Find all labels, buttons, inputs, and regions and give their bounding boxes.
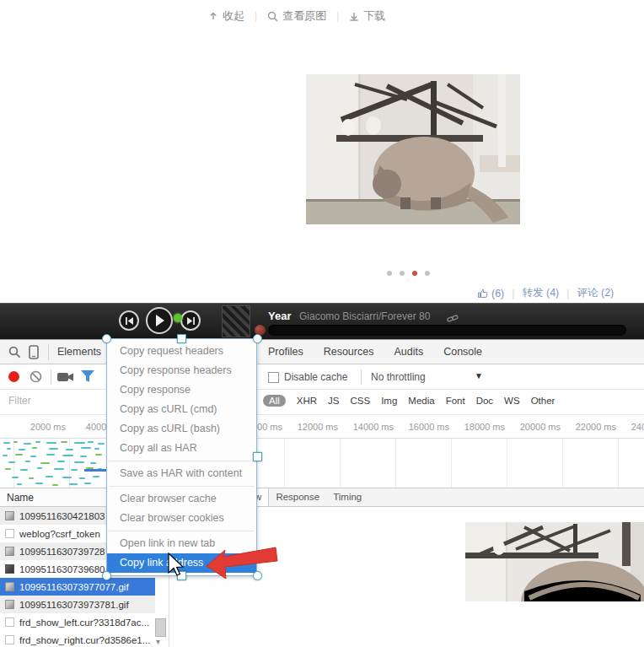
waterfall-bar — [95, 454, 102, 456]
overview-gridline — [340, 439, 341, 488]
comment-link[interactable]: 评论 (2) — [577, 286, 614, 300]
menu-item[interactable]: Copy response — [107, 380, 256, 400]
waterfall-bar — [69, 483, 78, 485]
selection-handle[interactable] — [253, 334, 262, 343]
type-filter-font[interactable]: Font — [446, 396, 465, 406]
tab-resources[interactable]: Resources — [324, 346, 374, 358]
selection-handle[interactable] — [102, 334, 111, 343]
tab-audits[interactable]: Audits — [394, 346, 423, 358]
cat-gif-image[interactable] — [306, 74, 520, 224]
track-title: Year — [268, 310, 291, 322]
selection-handle[interactable] — [102, 571, 111, 580]
waterfall-bar — [93, 476, 99, 477]
menu-item[interactable]: Copy as cURL (bash) — [107, 419, 256, 439]
type-filter-xhr[interactable]: XHR — [297, 396, 317, 406]
type-filter-ws[interactable]: WS — [504, 396, 520, 406]
pagination-dot[interactable] — [412, 271, 417, 276]
waterfall-bar — [8, 461, 15, 463]
throttling-select[interactable]: No throttling — [371, 371, 426, 383]
waterfall-bar — [71, 469, 78, 471]
detail-tab-timing[interactable]: Timing — [326, 488, 368, 506]
pagination-dot[interactable] — [400, 271, 405, 276]
progress-bar[interactable] — [268, 325, 626, 336]
repost-link[interactable]: 转发 (4) — [523, 286, 560, 300]
scrollbar-down-icon[interactable]: ▾ — [156, 637, 160, 646]
image-file-icon — [5, 511, 14, 520]
devtools-tabs-right: ProfilesResourcesAuditsConsole — [268, 346, 482, 358]
cat-photo-graphic — [306, 74, 520, 224]
type-filter-js[interactable]: JS — [328, 396, 339, 406]
play-button[interactable] — [146, 307, 173, 334]
menu-item[interactable]: Clear browser cookies — [107, 509, 256, 528]
tab-console[interactable]: Console — [443, 346, 482, 358]
type-filter-media[interactable]: Media — [408, 396, 434, 406]
like-count: (6) — [491, 288, 504, 299]
magnifier-icon — [267, 11, 278, 22]
next-track-button[interactable] — [180, 310, 201, 331]
menu-separator — [109, 461, 255, 461]
thumbs-up-icon — [477, 288, 488, 299]
type-filter-css[interactable]: CSS — [350, 396, 370, 406]
waterfall-bar — [79, 477, 85, 479]
table-row[interactable]: 109951163073977077.gif — [0, 578, 155, 596]
waterfall-bar — [5, 468, 11, 470]
pagination-dot[interactable] — [387, 271, 392, 276]
chevron-down-icon[interactable]: ▼ — [475, 371, 483, 380]
type-filter-all[interactable]: All — [263, 395, 286, 407]
screencast-camera-icon[interactable] — [57, 371, 74, 386]
filter-row: AllXHRJSCSSImgMediaFontDocWSOther — [0, 390, 644, 415]
repost-label: 转发 (4) — [523, 286, 560, 300]
social-separator: | — [566, 288, 569, 299]
table-row[interactable]: frd_show_right.cur?d3586e1... — [0, 631, 155, 647]
timeline-tick: 20000 ms — [512, 422, 561, 432]
tab-profiles[interactable]: Profiles — [268, 346, 303, 358]
selection-handle[interactable] — [253, 452, 262, 461]
previous-track-button[interactable] — [119, 310, 139, 331]
menu-item[interactable]: Copy response headers — [107, 361, 256, 380]
request-name: 1099511630739728 — [19, 547, 105, 557]
waterfall-bar — [37, 467, 42, 469]
detail-tab-response[interactable]: Response — [269, 488, 326, 506]
menu-item[interactable]: Copy request headers — [107, 342, 256, 361]
waterfall-overview[interactable] — [0, 439, 644, 488]
request-name: 1099511630739680 — [19, 564, 105, 574]
table-row[interactable]: 109951163073973781.gif — [0, 596, 155, 613]
device-toolbar-icon[interactable] — [29, 345, 39, 362]
type-filter-img[interactable]: Img — [381, 396, 397, 406]
devtools-search-icon[interactable] — [8, 346, 21, 361]
selection-handle[interactable] — [177, 334, 186, 343]
like-button[interactable]: (6) — [477, 288, 504, 299]
filter-input[interactable] — [7, 394, 103, 407]
tab-elements[interactable]: Elements — [57, 346, 101, 358]
waterfall-bar — [35, 483, 43, 484]
waterfall-bar — [66, 449, 73, 450]
image-file-icon — [5, 600, 14, 609]
download-button[interactable]: 下载 — [349, 8, 385, 24]
screen: 收起 | 查看原图 | 下载 — [0, 0, 644, 647]
play-icon — [154, 315, 165, 326]
type-filter-doc[interactable]: Doc — [476, 396, 493, 406]
request-name: frd_show_left.cur?3318d7ac... — [19, 617, 149, 628]
pagination-dot[interactable] — [425, 271, 430, 276]
filter-funnel-icon[interactable] — [81, 370, 94, 386]
disable-cache-checkbox[interactable] — [268, 372, 279, 383]
music-player-bar: Year Giacomo Bisciarri/Forever 80 — [0, 303, 644, 339]
menu-item[interactable]: Copy as cURL (cmd) — [107, 400, 256, 419]
scrollbar-thumb[interactable] — [155, 618, 166, 637]
type-filters: AllXHRJSCSSImgMediaFontDocWSOther — [263, 395, 555, 407]
table-row[interactable]: frd_show_left.cur?3318d7ac... — [0, 613, 155, 631]
track-thumbnail[interactable] — [222, 305, 250, 337]
image-file-icon — [5, 547, 14, 556]
clear-icon[interactable] — [30, 370, 42, 386]
record-icon[interactable] — [8, 371, 19, 382]
menu-item[interactable]: Save as HAR with content — [107, 464, 256, 483]
collapse-button[interactable]: 收起 — [208, 8, 244, 24]
view-original-button[interactable]: 查看原图 — [267, 8, 326, 24]
menu-item[interactable]: Clear browser cache — [107, 489, 256, 509]
waterfall-bar — [35, 441, 40, 443]
overview-gridline — [395, 439, 396, 488]
menu-item[interactable]: Copy all as HAR — [107, 439, 256, 458]
request-name: 109951163073973781.gif — [19, 600, 129, 610]
devtools-tab-bar: Elements ProfilesResourcesAuditsConsole — [0, 340, 644, 364]
type-filter-other[interactable]: Other — [531, 396, 555, 406]
